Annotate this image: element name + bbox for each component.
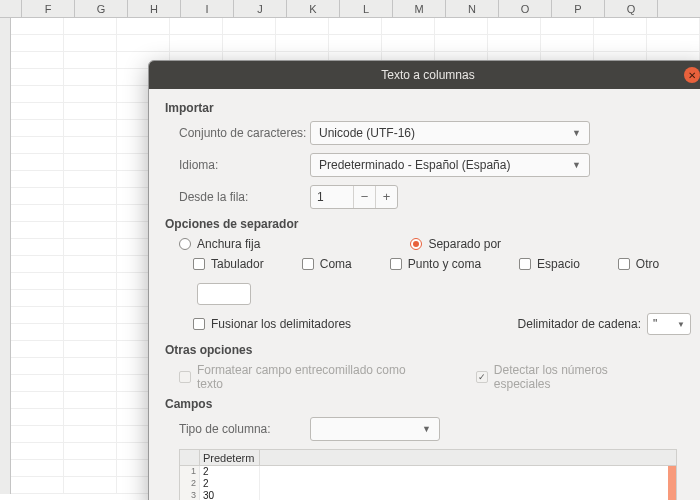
detect-numbers-checkbox: Detectar los números especiales — [476, 363, 667, 391]
preview-col-header[interactable]: Predeterm — [200, 450, 260, 465]
other-separator-input[interactable] — [197, 283, 251, 305]
semicolon-checkbox[interactable]: Punto y coma — [390, 257, 481, 271]
other-options-heading: Otras opciones — [165, 343, 691, 357]
fromrow-input[interactable] — [311, 190, 353, 204]
preview-vscrollbar[interactable] — [668, 466, 676, 500]
language-label: Idioma: — [165, 158, 310, 172]
preview-row[interactable]: 22 — [180, 478, 676, 490]
space-checkbox[interactable]: Espacio — [519, 257, 580, 271]
column-type-label: Tipo de columna: — [165, 422, 310, 436]
fields-heading: Campos — [165, 397, 691, 411]
separated-by-radio[interactable]: Separado por — [410, 237, 501, 251]
separator-heading: Opciones de separador — [165, 217, 691, 231]
chevron-down-icon: ▼ — [572, 128, 581, 138]
text-to-columns-dialog: Texto a columnas ✕ Importar Conjunto de … — [148, 60, 700, 500]
preview-row[interactable]: 330 — [180, 490, 676, 500]
dialog-title: Texto a columnas — [381, 68, 474, 82]
row-headers — [0, 18, 11, 494]
charset-label: Conjunto de caracteres: — [165, 126, 310, 140]
merge-delimiters-checkbox[interactable]: Fusionar los delimitadores — [193, 317, 351, 331]
other-checkbox[interactable]: Otro — [618, 257, 659, 271]
chevron-down-icon: ▼ — [572, 160, 581, 170]
language-select[interactable]: Predeterminado - Español (España) ▼ — [310, 153, 590, 177]
titlebar[interactable]: Texto a columnas ✕ — [149, 61, 700, 89]
minus-icon[interactable]: − — [353, 186, 375, 208]
fromrow-stepper[interactable]: − + — [310, 185, 398, 209]
comma-checkbox[interactable]: Coma — [302, 257, 352, 271]
charset-select[interactable]: Unicode (UTF-16) ▼ — [310, 121, 590, 145]
preview-grid[interactable]: Predeterm 122233048537647682499510101159 — [179, 449, 677, 500]
string-delimiter-label: Delimitador de cadena: — [518, 317, 641, 331]
chevron-down-icon: ▼ — [422, 424, 431, 434]
tab-checkbox[interactable]: Tabulador — [193, 257, 264, 271]
column-headers: F G H I J K L M N O P Q — [0, 0, 700, 18]
quoted-as-text-checkbox: Formatear campo entrecomillado como text… — [179, 363, 434, 391]
import-heading: Importar — [165, 101, 691, 115]
fromrow-label: Desde la fila: — [165, 190, 310, 204]
column-type-select[interactable]: ▼ — [310, 417, 440, 441]
chevron-down-icon: ▼ — [677, 320, 685, 329]
preview-row[interactable]: 12 — [180, 466, 676, 478]
close-icon[interactable]: ✕ — [684, 67, 700, 83]
string-delimiter-select[interactable]: " ▼ — [647, 313, 691, 335]
plus-icon[interactable]: + — [375, 186, 397, 208]
fixed-width-radio[interactable]: Anchura fija — [179, 237, 260, 251]
